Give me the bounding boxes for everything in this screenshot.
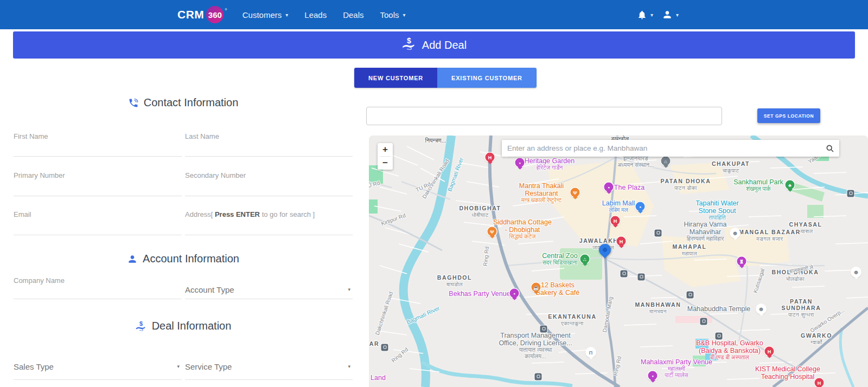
bus-stop-marker[interactable] [655, 230, 662, 237]
notifications-button[interactable] [635, 8, 655, 22]
heritage-garden-marker[interactable]: ▪ [515, 158, 525, 167]
restaurant-marker[interactable]: Ψ [488, 227, 497, 236]
nav-item-customers[interactable]: Customers [242, 10, 289, 20]
bus-stop-marker[interactable] [535, 373, 542, 380]
bus-stop-marker[interactable] [700, 318, 707, 325]
map-overlays: DHOBIGHATधोबीघाटBAGHDOLबाघडोलJAWALAKHELज… [369, 136, 868, 387]
deal-hand-dollar-icon: $ [401, 36, 417, 54]
bus-stop-marker[interactable] [716, 333, 723, 340]
service-type-select[interactable]: Service Type [185, 362, 353, 372]
map-label: Land [371, 374, 386, 382]
zoom-out-button[interactable]: − [378, 157, 393, 170]
map-label: KIST Medical College Teaching Hospital [755, 365, 820, 380]
the-plaza-marker[interactable]: ▪ [604, 183, 614, 192]
map-label: नियन्त्रण... [425, 138, 446, 144]
tab-existing-customer[interactable]: EXISTING CUSTOMER [437, 68, 537, 88]
contact-information-heading: Contact Information [14, 96, 353, 109]
map-label: Central Zooसदर चिडियाखाना [542, 252, 577, 266]
map-label: Gwarko Overp... [809, 307, 845, 333]
map-label: PATAN DHOKAपाटन ढोका [661, 178, 711, 191]
user-menu-button[interactable] [660, 7, 681, 22]
om-marker[interactable]: ☸ [852, 268, 861, 277]
bus-stop-marker[interactable] [381, 344, 388, 351]
mangal-bazaar-marker[interactable]: ♜ [737, 257, 746, 266]
map-label: MANBHAWANमानभवन [635, 302, 681, 314]
map-label: Tapahiti Water Stone Spoutतापाहिति [695, 199, 738, 221]
labim-mall-marker[interactable]: ▪ [636, 202, 645, 211]
deal-information-heading: $ Deal Information [14, 320, 353, 332]
map-label: Bagmati River [406, 305, 441, 326]
last-name-field[interactable]: Last Name [185, 132, 353, 140]
map-label: BHOL DHOKAभोलढोका [772, 269, 819, 282]
zoom-in-button[interactable]: + [378, 143, 393, 156]
map-label: DHOBIGHATधोबीघाट [459, 205, 501, 218]
tab-new-customer[interactable]: NEW CUSTOMER [354, 68, 437, 88]
map-label: B&B Hospital, Gwarko (Baidya & Banskota)… [696, 339, 763, 361]
map-label: Heritage Gardenहेरिटेज गार्डेन [525, 157, 575, 171]
map-label: Bagmati River [446, 157, 465, 192]
campus-marker[interactable]: ⌂ [661, 157, 671, 166]
nav-item-tools[interactable]: Tools [380, 10, 406, 20]
primary-number-field[interactable]: Primary Number [14, 171, 182, 179]
map-label: TU Rd [415, 181, 432, 193]
brand-logo[interactable]: CRM 360 ° [177, 6, 227, 23]
map-label: Damodar Marg [602, 296, 614, 333]
nav-item-leads[interactable]: Leads [304, 10, 327, 20]
temple-marker[interactable]: ☸ [757, 305, 766, 314]
map-label: Kutisaugal [752, 268, 765, 294]
select-caret-icon [348, 287, 350, 292]
deal-hand-dollar-icon: $ [135, 320, 147, 332]
map-label: Dakchhinkali Road [374, 291, 394, 336]
map-canvas[interactable]: DHOBIGHATधोबीघाटBAGHDOLबाघडोलJAWALAKHELज… [369, 136, 868, 387]
hospital-marker[interactable]: H [611, 216, 620, 225]
bus-stop-marker[interactable] [638, 274, 645, 281]
map-label: Labim Mallलबिम मल [602, 199, 635, 214]
restaurant-marker[interactable]: Ψ [571, 188, 580, 197]
zoo-marker[interactable]: ∴ [580, 255, 590, 264]
account-person-icon [127, 254, 138, 265]
map-label: MAHAPALमहापाल [673, 244, 707, 256]
bus-stop-marker[interactable] [621, 270, 628, 278]
account-type-select[interactable]: Account Type [185, 285, 353, 295]
mahalaxmi-party-venue-marker[interactable]: ▪ [648, 371, 658, 380]
brand-360-badge: 360 [206, 6, 224, 23]
svg-text:$: $ [139, 320, 143, 327]
cafe-marker[interactable]: ☕ [532, 283, 541, 292]
hospital-marker[interactable]: H [617, 237, 626, 246]
hospital-marker[interactable]: H [765, 347, 774, 356]
park-marker[interactable]: ♣ [786, 180, 795, 190]
bus-stop-marker[interactable] [540, 326, 547, 333]
office-marker[interactable]: Π [586, 348, 596, 357]
map-search-box [502, 140, 839, 157]
brand-text: CRM [177, 6, 204, 23]
sales-type-select[interactable]: Sales Type [14, 362, 182, 372]
map-search-input[interactable] [502, 144, 826, 152]
deal-form: Contact Information First Name Last Name… [14, 92, 353, 387]
first-name-field[interactable]: First Name [14, 132, 182, 140]
nav-item-deals[interactable]: Deals [343, 10, 363, 20]
map-label: GWARKOग्वार्को [801, 333, 832, 345]
main-menu: Customers Leads Deals Tools [242, 10, 406, 20]
gps-address-input[interactable] [366, 107, 722, 125]
temple-marker[interactable]: ☸ [731, 229, 740, 238]
hospital-marker[interactable]: H [486, 153, 495, 162]
map-zoom-control: + − [378, 143, 393, 170]
secondary-number-field[interactable]: Secondary Number [185, 171, 353, 179]
set-gps-location-button[interactable]: SET GPS LOCATION [757, 108, 820, 123]
company-name-field[interactable]: Company Name [14, 276, 182, 285]
hospital-marker[interactable]: H [815, 378, 824, 387]
account-information-heading: Account Information [14, 253, 353, 265]
brand-degree: ° [225, 7, 227, 14]
map-label: 12 Baskets Bakery & Café [536, 281, 580, 296]
chevron-down-icon [676, 12, 679, 18]
bell-icon [637, 10, 647, 20]
map-label: Dakchhinkali Road [421, 158, 450, 200]
map-label: PATAN SUNDHARAपाटन सुन्धरा [782, 299, 821, 318]
bekhas-party-venue-marker[interactable]: ▪ [510, 289, 519, 298]
bus-stop-marker[interactable] [687, 292, 694, 299]
bus-stop-marker[interactable] [847, 190, 854, 197]
email-field[interactable]: Email [14, 210, 182, 218]
map-label: Siddhartha Cottage - Dhobighatसिद्धार्थ … [493, 218, 552, 240]
address-field[interactable]: Address[ Press ENTER to go for search ] [185, 210, 353, 218]
map-label: Mantra Thakali Restaurantमन्त्र थकाली रे… [519, 182, 564, 204]
